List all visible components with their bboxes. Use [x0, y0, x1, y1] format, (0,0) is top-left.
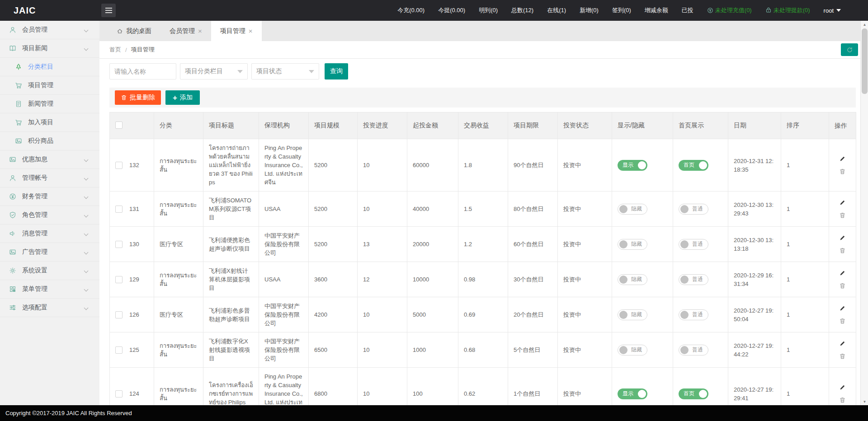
category-select[interactable]: 项目分类栏目	[180, 63, 248, 80]
nav-stat[interactable]: 今提(0.00)	[438, 6, 465, 14]
tab-active[interactable]: 项目管理×	[211, 21, 262, 41]
nav-stat[interactable]: 总数(12)	[511, 6, 533, 14]
sidebar-item[interactable]: 会员管理	[0, 21, 99, 39]
status-select[interactable]: 项目状态	[251, 63, 319, 80]
breadcrumb-home-link[interactable]: 首页	[109, 46, 121, 54]
delete-button[interactable]	[839, 282, 846, 289]
tab-item[interactable]: 会员管理×	[160, 21, 211, 41]
nav-stat[interactable]: 今充(0.00)	[397, 6, 425, 14]
edit-button[interactable]	[839, 270, 846, 276]
edit-button[interactable]	[839, 234, 846, 241]
homepage-toggle[interactable]: 普通	[679, 274, 708, 285]
row-checkbox[interactable]	[115, 311, 123, 318]
scroll-up-arrow-icon[interactable]: ▲	[861, 21, 868, 28]
row-checkbox[interactable]	[115, 346, 123, 354]
sidebar-item[interactable]: 新闻管理	[0, 95, 99, 113]
nav-stat[interactable]: 在线(1)	[547, 6, 566, 14]
homepage-toggle[interactable]: 普通	[679, 239, 708, 250]
toggle-knob	[619, 346, 627, 354]
row-checkbox[interactable]	[115, 390, 123, 398]
sidebar-item[interactable]: 选项配置	[0, 299, 99, 317]
sidebar-item[interactable]: 消息管理	[0, 225, 99, 243]
sidebar-item[interactable]: 系统设置	[0, 262, 99, 280]
copyright-text: Copyright ©2017-2019 JAIC All Rights Res…	[5, 410, 132, 416]
navbar-stats: 今充(0.00)今提(0.00)明到(0)总数(12)在线(1)新增(0)签到(…	[397, 6, 868, 14]
nav-stat[interactable]: 已投	[682, 6, 693, 14]
nav-stat[interactable]: 签到(0)	[612, 6, 631, 14]
sidebar-item[interactable]: 项目管理	[0, 76, 99, 95]
sidebar-item[interactable]: 积分商品	[0, 132, 99, 150]
filter-bar: 项目分类栏目 项目状态 查询	[109, 63, 856, 80]
visibility-toggle[interactable]: 显示	[618, 160, 647, 171]
visibility-toggle[interactable]: 隐藏	[618, 204, 647, 215]
sidebar-item[interactable]: 管理帐号	[0, 169, 99, 187]
delete-button[interactable]	[839, 247, 846, 254]
select-all-checkbox[interactable]	[115, 122, 123, 129]
sidebar-item-active[interactable]: 分类栏目	[0, 58, 99, 76]
speaker-icon	[9, 230, 16, 237]
cell-scale: 6800	[309, 368, 358, 406]
batch-delete-button[interactable]: 批量删除	[115, 90, 161, 105]
edit-button[interactable]	[839, 384, 846, 391]
homepage-toggle[interactable]: 首页	[679, 388, 708, 399]
edit-button[interactable]	[839, 305, 846, 312]
homepage-toggle-cell: 普通	[673, 192, 728, 227]
toggle-knob	[619, 205, 627, 213]
row-checkbox[interactable]	[115, 241, 123, 248]
nav-stat[interactable]: 增减余额	[645, 6, 668, 14]
user-menu[interactable]: root	[824, 7, 841, 14]
homepage-toggle[interactable]: 普通	[679, 345, 708, 356]
vertical-scrollbar[interactable]: ▲ ▼	[860, 21, 868, 405]
add-button[interactable]: + 添加	[165, 90, 200, 105]
homepage-toggle[interactable]: 普通	[679, 309, 708, 320]
delete-button[interactable]	[839, 168, 846, 175]
scroll-down-arrow-icon[interactable]: ▼	[861, 398, 868, 405]
pending-alert-link[interactable]: 未处理充值(0)	[707, 6, 752, 14]
sidebar-item[interactable]: 角色管理	[0, 206, 99, 225]
tab-item[interactable]: 我的桌面	[108, 21, 160, 41]
visibility-toggle[interactable]: 隐藏	[618, 309, 647, 320]
homepage-toggle[interactable]: 普通	[679, 204, 708, 215]
delete-button[interactable]	[839, 318, 846, 324]
cell-period: 80个自然日	[508, 192, 558, 227]
hamburger-menu-button[interactable]	[101, 4, 116, 17]
refresh-button[interactable]	[841, 43, 858, 56]
cell-date: 2020-12-30 13:13:18	[728, 227, 781, 262]
sidebar-item[interactable]: 菜单管理	[0, 280, 99, 299]
tab-bar: 我的桌面会员管理×项目管理×	[99, 21, 868, 41]
search-button[interactable]: 查询	[325, 63, 348, 80]
chevron-left-icon	[84, 213, 89, 217]
scrollbar-thumb[interactable]	[862, 28, 868, 94]
sidebar-item[interactable]: 优惠加息	[0, 150, 99, 169]
edit-button[interactable]	[839, 199, 846, 206]
visibility-toggle[interactable]: 隐藏	[618, 274, 647, 285]
pending-alert-link[interactable]: 未处理提款(0)	[765, 6, 810, 14]
sidebar-item[interactable]: 项目新闻	[0, 39, 99, 58]
edit-button[interactable]	[839, 155, 846, 162]
cell-sort: 1	[781, 332, 829, 368]
row-checkbox[interactable]	[115, 276, 123, 283]
nav-stat[interactable]: 新增(0)	[580, 6, 599, 14]
toggle-label: 首页	[684, 161, 694, 169]
name-search-input[interactable]	[109, 63, 176, 80]
breadcrumb-current: 项目管理	[131, 46, 155, 54]
row-checkbox[interactable]	[115, 162, 123, 169]
edit-button[interactable]	[839, 340, 846, 347]
sidebar-item[interactable]: 加入项目	[0, 113, 99, 132]
visibility-toggle[interactable]: 隐藏	[618, 239, 647, 250]
cell-agency: 中国平安财产保险股份有限公司	[259, 332, 309, 368]
sidebar-item[interactable]: 财务管理	[0, 187, 99, 206]
homepage-toggle[interactable]: 首页	[679, 160, 708, 171]
delete-button[interactable]	[839, 397, 846, 403]
nav-stat[interactable]: 明到(0)	[479, 6, 498, 14]
visibility-toggle[interactable]: 显示	[618, 388, 647, 399]
chevron-left-icon	[84, 305, 89, 310]
close-icon[interactable]: ×	[198, 28, 202, 34]
chevron-left-icon	[84, 231, 89, 236]
visibility-toggle[interactable]: 隐藏	[618, 345, 647, 356]
row-checkbox[interactable]	[115, 206, 123, 213]
close-icon[interactable]: ×	[249, 28, 253, 34]
delete-button[interactable]	[839, 212, 846, 219]
delete-button[interactable]	[839, 353, 846, 360]
sidebar-item[interactable]: 广告管理	[0, 243, 99, 262]
